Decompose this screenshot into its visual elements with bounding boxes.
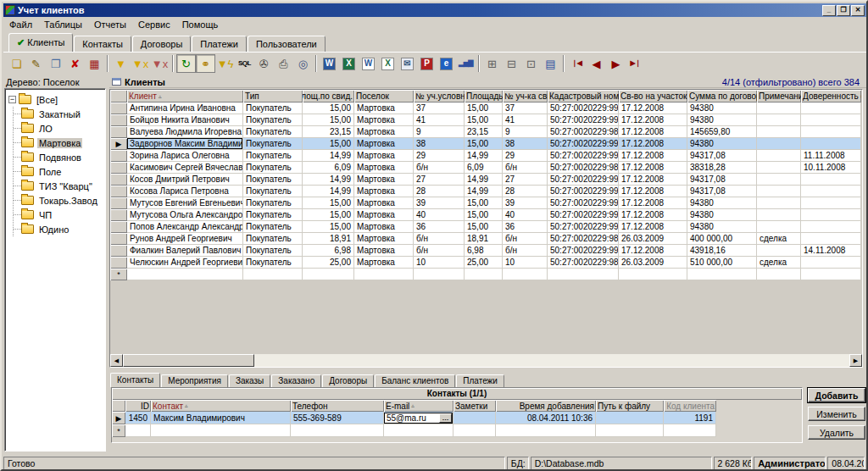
- nav-last-button[interactable]: ▶❘: [626, 54, 645, 73]
- client-cell[interactable]: 18,91: [303, 233, 354, 245]
- scroll-right-icon[interactable]: ▶: [849, 354, 862, 367]
- client-cell[interactable]: Касимович Сергей Вячеславович: [127, 162, 243, 174]
- contact-cell[interactable]: 555-369-589: [291, 412, 384, 424]
- client-cell[interactable]: Задворнов Максим Владимирович: [127, 138, 243, 150]
- client-cell[interactable]: 25,00: [465, 257, 503, 269]
- client-cell[interactable]: 50:27:0020229:991: [548, 174, 619, 186]
- client-cell[interactable]: 15,00: [465, 209, 503, 221]
- client-cell[interactable]: 94380: [687, 103, 757, 114]
- client-cell[interactable]: 400 000,00: [687, 233, 757, 245]
- client-cell[interactable]: Рунов Андрей Георгиевич: [127, 233, 243, 245]
- empty-cell[interactable]: [243, 269, 303, 280]
- client-cell[interactable]: Попов Александр Александрович: [127, 221, 243, 233]
- client-cell[interactable]: Покупатель: [243, 186, 303, 197]
- client-cell[interactable]: 510 000,00: [687, 257, 757, 269]
- client-cell[interactable]: [801, 114, 861, 126]
- export-excel-button[interactable]: X: [339, 54, 359, 73]
- excel-doc-button[interactable]: X: [378, 54, 398, 73]
- nav-next-button[interactable]: ▶: [606, 54, 626, 73]
- column-header[interactable]: Площ.по свид.: [303, 90, 354, 103]
- client-cell[interactable]: Покупатель: [243, 209, 303, 221]
- tab-clients[interactable]: ✔Клиенты: [8, 33, 73, 52]
- client-cell[interactable]: Антипина Ирина Ивановна: [127, 103, 243, 114]
- client-row[interactable]: Челюскин Андрей ГеоргиевичПокупатель25,0…: [110, 257, 862, 269]
- client-cell[interactable]: Мартовка: [354, 174, 414, 186]
- client-cell[interactable]: 15,00: [465, 138, 503, 150]
- client-cell[interactable]: Мартовка: [354, 126, 414, 138]
- client-cell[interactable]: [757, 150, 801, 162]
- client-cell[interactable]: Бойцов Никита Иванович: [127, 114, 243, 126]
- client-cell[interactable]: 14,99: [465, 150, 503, 162]
- client-cell[interactable]: 17.12.2008: [619, 221, 687, 233]
- client-cell[interactable]: 38: [414, 138, 465, 150]
- client-row[interactable]: ▶Задворнов Максим ВладимировичПокупатель…: [110, 138, 862, 150]
- nav-first-button[interactable]: ❘◀: [567, 54, 587, 73]
- client-cell[interactable]: 15,00: [465, 221, 503, 233]
- client-cell[interactable]: 94380: [687, 197, 757, 209]
- column-header[interactable]: Код клиента: [664, 400, 716, 412]
- client-cell[interactable]: 50:27:0020229:994: [548, 221, 619, 233]
- client-cell[interactable]: 37: [414, 103, 465, 114]
- client-cell[interactable]: 50:27:0020229:999: [548, 114, 619, 126]
- btab-events[interactable]: Мероприятия: [161, 374, 228, 387]
- keys-button[interactable]: ⚭: [196, 54, 215, 73]
- client-cell[interactable]: 94317,08: [687, 174, 757, 186]
- menu-service[interactable]: Сервис: [132, 19, 176, 30]
- client-cell[interactable]: 14.11.2008: [801, 245, 861, 257]
- client-cell[interactable]: 94317,08: [687, 186, 757, 197]
- client-cell[interactable]: [757, 114, 801, 126]
- client-cell[interactable]: [757, 186, 801, 197]
- client-cell[interactable]: 28: [414, 186, 465, 197]
- empty-cell[interactable]: [548, 269, 619, 280]
- client-cell[interactable]: [757, 138, 801, 150]
- client-cell[interactable]: 39: [414, 197, 465, 209]
- client-cell[interactable]: 50:27:0020229:996: [548, 138, 619, 150]
- client-cell[interactable]: Покупатель: [243, 150, 303, 162]
- client-cell[interactable]: 15,00: [303, 197, 354, 209]
- client-cell[interactable]: 17.12.2008: [619, 245, 687, 257]
- client-cell[interactable]: 38: [503, 138, 548, 150]
- client-cell[interactable]: 15,00: [303, 221, 354, 233]
- client-cell[interactable]: Мутусов Евгений Евгеньевич: [127, 197, 243, 209]
- client-cell[interactable]: 15,00: [465, 103, 503, 114]
- close-button[interactable]: ✕: [851, 5, 865, 16]
- client-cell[interactable]: 14,99: [465, 186, 503, 197]
- client-cell[interactable]: 50:27:0020229:993: [548, 150, 619, 162]
- column-header[interactable]: E-mail▵: [384, 400, 453, 412]
- client-row[interactable]: Косов Дмитрий ПетровичПокупатель14,99Мар…: [110, 174, 862, 186]
- client-cell[interactable]: 50:27:0020229:988: [548, 257, 619, 269]
- column-header[interactable]: Контакт▵: [151, 400, 291, 412]
- client-cell[interactable]: б/н: [503, 245, 548, 257]
- contact-cell[interactable]: Максим Владимирович: [151, 412, 291, 424]
- client-cell[interactable]: Покупатель: [243, 221, 303, 233]
- tree-item-tiz-kvartz[interactable]: ТИЗ "Кварц": [14, 179, 103, 193]
- client-cell[interactable]: 27: [414, 174, 465, 186]
- menu-reports[interactable]: Отчеты: [88, 19, 132, 30]
- client-cell[interactable]: 15,00: [303, 114, 354, 126]
- empty-cell[interactable]: [303, 269, 354, 280]
- client-cell[interactable]: 14,99: [465, 174, 503, 186]
- column-header[interactable]: Поселок: [354, 90, 414, 103]
- client-cell[interactable]: 41: [414, 114, 465, 126]
- column-header[interactable]: Путь к файлу: [596, 400, 664, 412]
- client-cell[interactable]: Мартовка: [354, 245, 414, 257]
- copy-record-button[interactable]: ❐: [46, 54, 65, 73]
- new-record-button[interactable]: ❏: [7, 54, 26, 73]
- nav-prev-button[interactable]: ◀: [587, 54, 606, 73]
- client-cell[interactable]: Косова Лариса Петровна: [127, 186, 243, 197]
- client-cell[interactable]: 94380: [687, 221, 757, 233]
- contact-cell[interactable]: 55@ma.ru…: [384, 412, 453, 424]
- refresh-button[interactable]: ↻: [176, 54, 196, 73]
- client-cell[interactable]: 14,99: [303, 174, 354, 186]
- client-cell[interactable]: [801, 233, 861, 245]
- tree-item-yudino[interactable]: Юдино: [14, 222, 103, 236]
- preview-button[interactable]: ◎: [293, 54, 313, 73]
- contact-cell[interactable]: 1450: [125, 412, 151, 424]
- ellipsis-button[interactable]: …: [439, 413, 452, 423]
- tree-item-podvyanov[interactable]: Подвянов: [14, 150, 103, 164]
- client-cell[interactable]: 27: [503, 174, 548, 186]
- client-cell[interactable]: [757, 221, 801, 233]
- btab-orders[interactable]: Заказы: [229, 374, 270, 387]
- client-cell[interactable]: 50:27:0020229:997: [548, 197, 619, 209]
- empty-cell[interactable]: [596, 424, 664, 437]
